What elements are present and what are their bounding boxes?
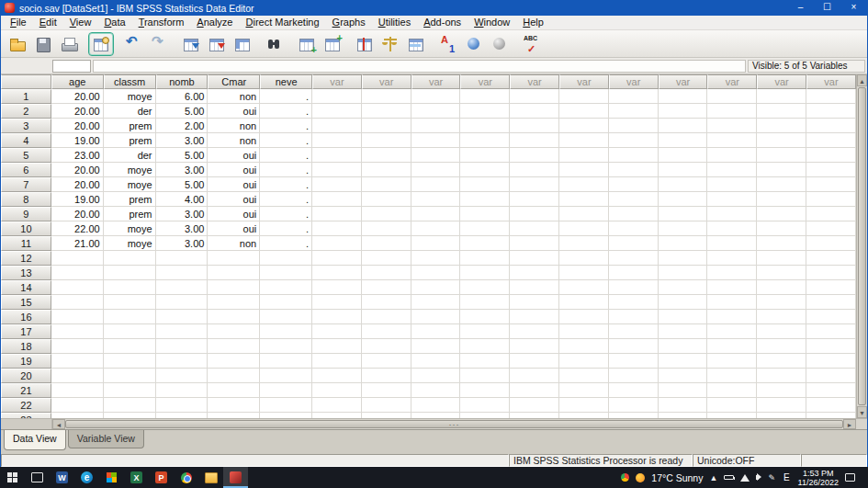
cell-nomb-11[interactable]: 3.00 (156, 236, 209, 251)
cell-classm-14[interactable] (104, 280, 156, 295)
cell-var-3[interactable] (362, 119, 411, 133)
cell-nomb-6[interactable]: 3.00 (156, 163, 209, 177)
menu-file[interactable]: File (4, 16, 33, 29)
cell-var-15[interactable] (707, 295, 757, 310)
cell-var-15[interactable] (806, 295, 856, 310)
row-header-8[interactable]: 8 (1, 192, 51, 207)
cell-var-10[interactable] (510, 221, 559, 236)
cell-var-15[interactable] (609, 295, 659, 310)
word-taskbar-button[interactable] (50, 467, 74, 488)
row-header-22[interactable]: 22 (1, 398, 51, 413)
cell-var-4[interactable] (460, 133, 510, 148)
cell-classm-2[interactable]: der (104, 104, 156, 119)
column-header-var[interactable]: var (460, 74, 510, 89)
cell-cmar-4[interactable]: non (208, 133, 260, 148)
cell-var-23[interactable] (659, 413, 708, 418)
cell-var-1[interactable] (362, 89, 411, 104)
cell-var-13[interactable] (559, 266, 609, 280)
cell-var-18[interactable] (559, 339, 609, 354)
weather-text[interactable]: 17°C Sunny (651, 472, 703, 483)
cell-age-1[interactable]: 20.00 (51, 89, 104, 104)
cell-var-21[interactable] (312, 383, 362, 398)
edge-taskbar-button[interactable] (74, 467, 99, 488)
cell-var-2[interactable] (510, 104, 559, 119)
cell-var-19[interactable] (460, 354, 510, 369)
cell-var-19[interactable] (757, 354, 806, 369)
column-header-var[interactable]: var (362, 74, 411, 89)
cell-var-19[interactable] (659, 354, 708, 369)
cell-classm-16[interactable] (104, 310, 156, 324)
cell-var-14[interactable] (312, 280, 362, 295)
cell-var-3[interactable] (806, 119, 856, 133)
cell-age-7[interactable]: 20.00 (51, 177, 104, 192)
grid-corner-cell[interactable] (1, 74, 51, 89)
cell-var-16[interactable] (659, 310, 708, 324)
cell-var-15[interactable] (411, 295, 461, 310)
cell-var-21[interactable] (510, 383, 559, 398)
cell-classm-10[interactable]: moye (104, 221, 156, 236)
cell-var-22[interactable] (707, 398, 757, 413)
split-file-button[interactable] (352, 32, 378, 56)
cell-var-14[interactable] (559, 280, 609, 295)
cell-var-10[interactable] (659, 221, 708, 236)
cell-classm-5[interactable]: der (104, 148, 156, 163)
cell-var-22[interactable] (609, 398, 659, 413)
cell-var-6[interactable] (559, 163, 609, 177)
cell-var-8[interactable] (609, 192, 659, 207)
cell-var-11[interactable] (757, 236, 806, 251)
goto-case-button[interactable] (178, 32, 204, 56)
cell-var-8[interactable] (806, 192, 856, 207)
cell-var-8[interactable] (411, 192, 461, 207)
cell-var-23[interactable] (312, 413, 362, 418)
cell-age-9[interactable]: 20.00 (51, 207, 104, 221)
cell-var-22[interactable] (312, 398, 362, 413)
cell-var-9[interactable] (757, 207, 806, 221)
cell-var-11[interactable] (411, 236, 461, 251)
minimize-button[interactable]: – (787, 0, 814, 16)
cell-var-6[interactable] (460, 163, 510, 177)
cell-var-4[interactable] (312, 133, 362, 148)
wifi-icon[interactable] (740, 474, 750, 482)
cell-cmar-19[interactable] (208, 354, 260, 369)
cell-classm-17[interactable] (104, 324, 156, 339)
cell-var-6[interactable] (757, 163, 806, 177)
cell-classm-23[interactable] (104, 413, 156, 418)
cell-var-14[interactable] (510, 280, 559, 295)
excel-taskbar-button[interactable] (124, 467, 149, 488)
cell-nomb-9[interactable]: 3.00 (156, 207, 209, 221)
cell-var-21[interactable] (559, 383, 609, 398)
maximize-button[interactable]: ☐ (814, 0, 840, 16)
cell-var-22[interactable] (460, 398, 510, 413)
cell-var-3[interactable] (757, 119, 806, 133)
menu-window[interactable]: Window (468, 16, 516, 29)
insert-variable-button[interactable] (320, 32, 345, 56)
cell-var-3[interactable] (659, 119, 708, 133)
cell-var-13[interactable] (312, 266, 362, 280)
cell-var-1[interactable] (460, 89, 510, 104)
cell-var-22[interactable] (659, 398, 708, 413)
cell-var-9[interactable] (312, 207, 362, 221)
menu-direct-marketing[interactable]: Direct Marketing (239, 16, 325, 29)
cell-var-18[interactable] (362, 339, 411, 354)
cell-var-17[interactable] (510, 324, 559, 339)
column-header-cmar[interactable]: Cmar (208, 74, 260, 89)
cell-var-10[interactable] (609, 221, 659, 236)
cell-var-16[interactable] (757, 310, 806, 324)
cell-value-box[interactable] (93, 60, 746, 73)
cell-classm-20[interactable] (104, 369, 156, 383)
cell-var-9[interactable] (362, 207, 411, 221)
cell-var-2[interactable] (806, 104, 856, 119)
horizontal-scroll-thumb[interactable]: ··· (65, 420, 843, 428)
cell-var-1[interactable] (806, 89, 856, 104)
cell-var-6[interactable] (510, 163, 559, 177)
cell-var-10[interactable] (362, 221, 411, 236)
cell-nomb-3[interactable]: 2.00 (156, 119, 209, 133)
cell-var-4[interactable] (510, 133, 559, 148)
column-header-age[interactable]: age (51, 74, 104, 89)
office-taskbar-button[interactable] (99, 467, 124, 488)
cell-var-2[interactable] (411, 104, 461, 119)
cell-neve-7[interactable]: . (260, 177, 312, 192)
cell-var-3[interactable] (609, 119, 659, 133)
cell-var-23[interactable] (460, 413, 510, 418)
cell-neve-23[interactable] (260, 413, 312, 418)
